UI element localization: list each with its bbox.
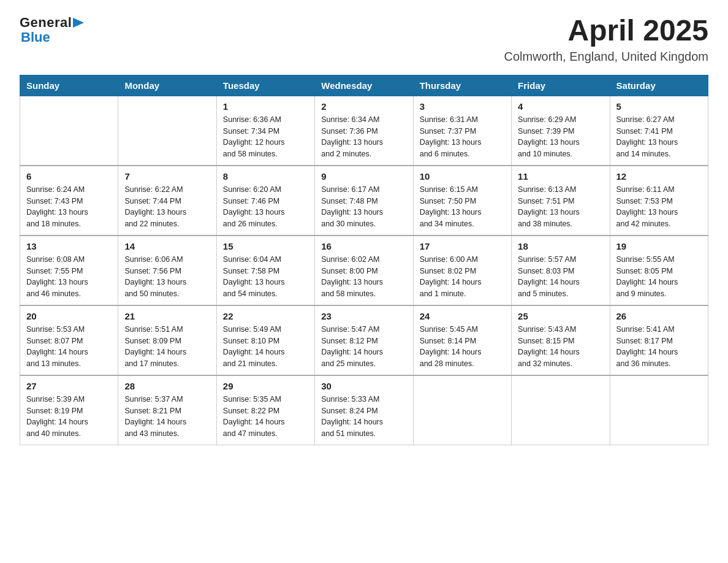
day-number: 15 <box>223 241 308 251</box>
day-number: 9 <box>321 171 406 182</box>
day-info: Sunrise: 5:57 AM Sunset: 8:03 PM Dayligh… <box>518 254 603 300</box>
calendar-cell: 11Sunrise: 6:13 AM Sunset: 7:51 PM Dayli… <box>512 166 610 236</box>
day-info: Sunrise: 6:20 AM Sunset: 7:46 PM Dayligh… <box>223 184 308 230</box>
day-number: 16 <box>321 241 406 251</box>
day-info: Sunrise: 6:29 AM Sunset: 7:39 PM Dayligh… <box>518 114 603 160</box>
day-number: 18 <box>518 241 603 251</box>
calendar-cell: 13Sunrise: 6:08 AM Sunset: 7:55 PM Dayli… <box>20 236 118 305</box>
calendar-cell: 2Sunrise: 6:34 AM Sunset: 7:36 PM Daylig… <box>315 96 413 166</box>
calendar-week-4: 20Sunrise: 5:53 AM Sunset: 8:07 PM Dayli… <box>20 305 708 375</box>
day-number: 17 <box>420 241 505 251</box>
day-info: Sunrise: 5:35 AM Sunset: 8:22 PM Dayligh… <box>223 394 308 440</box>
day-info: Sunrise: 5:55 AM Sunset: 8:05 PM Dayligh… <box>616 254 702 300</box>
calendar-cell: 25Sunrise: 5:43 AM Sunset: 8:15 PM Dayli… <box>512 305 610 375</box>
page-subtitle: Colmworth, England, United Kingdom <box>504 50 708 64</box>
page-header: General Blue April 2025 Colmworth, Engla… <box>20 15 708 64</box>
day-info: Sunrise: 6:36 AM Sunset: 7:34 PM Dayligh… <box>223 114 308 160</box>
svg-marker-0 <box>73 18 84 28</box>
day-number: 30 <box>321 381 406 391</box>
calendar-cell: 14Sunrise: 6:06 AM Sunset: 7:56 PM Dayli… <box>118 236 216 305</box>
day-info: Sunrise: 6:02 AM Sunset: 8:00 PM Dayligh… <box>321 254 406 300</box>
calendar-cell: 16Sunrise: 6:02 AM Sunset: 8:00 PM Dayli… <box>315 236 413 305</box>
day-info: Sunrise: 5:43 AM Sunset: 8:15 PM Dayligh… <box>518 324 603 370</box>
day-info: Sunrise: 6:00 AM Sunset: 8:02 PM Dayligh… <box>420 254 505 300</box>
calendar-cell: 3Sunrise: 6:31 AM Sunset: 7:37 PM Daylig… <box>413 96 511 166</box>
day-number: 19 <box>616 241 702 251</box>
day-number: 22 <box>223 311 308 321</box>
calendar-cell <box>413 375 511 445</box>
day-info: Sunrise: 5:37 AM Sunset: 8:21 PM Dayligh… <box>124 394 210 440</box>
calendar-cell: 26Sunrise: 5:41 AM Sunset: 8:17 PM Dayli… <box>610 305 708 375</box>
day-number: 26 <box>616 311 702 321</box>
day-info: Sunrise: 5:39 AM Sunset: 8:19 PM Dayligh… <box>26 394 112 440</box>
calendar-cell <box>610 375 708 445</box>
page-title: April 2025 <box>504 15 708 47</box>
day-number: 4 <box>518 101 603 112</box>
calendar-cell: 28Sunrise: 5:37 AM Sunset: 8:21 PM Dayli… <box>118 375 216 445</box>
day-info: Sunrise: 5:33 AM Sunset: 8:24 PM Dayligh… <box>321 394 406 440</box>
day-number: 1 <box>223 101 308 112</box>
day-info: Sunrise: 5:51 AM Sunset: 8:09 PM Dayligh… <box>124 324 210 370</box>
calendar-cell: 10Sunrise: 6:15 AM Sunset: 7:50 PM Dayli… <box>413 166 511 236</box>
day-info: Sunrise: 5:53 AM Sunset: 8:07 PM Dayligh… <box>26 324 112 370</box>
calendar-cell: 9Sunrise: 6:17 AM Sunset: 7:48 PM Daylig… <box>315 166 413 236</box>
day-info: Sunrise: 6:08 AM Sunset: 7:55 PM Dayligh… <box>26 254 112 300</box>
header-cell-monday: Monday <box>118 75 216 96</box>
day-info: Sunrise: 6:11 AM Sunset: 7:53 PM Dayligh… <box>616 184 702 230</box>
calendar-week-2: 6Sunrise: 6:24 AM Sunset: 7:43 PM Daylig… <box>20 166 708 236</box>
calendar-cell: 17Sunrise: 6:00 AM Sunset: 8:02 PM Dayli… <box>413 236 511 305</box>
title-block: April 2025 Colmworth, England, United Ki… <box>504 15 708 64</box>
day-number: 20 <box>26 311 112 321</box>
calendar-table: SundayMondayTuesdayWednesdayThursdayFrid… <box>20 75 708 445</box>
calendar-cell: 20Sunrise: 5:53 AM Sunset: 8:07 PM Dayli… <box>20 305 118 375</box>
calendar-week-5: 27Sunrise: 5:39 AM Sunset: 8:19 PM Dayli… <box>20 375 708 445</box>
day-info: Sunrise: 6:15 AM Sunset: 7:50 PM Dayligh… <box>420 184 505 230</box>
calendar-cell: 24Sunrise: 5:45 AM Sunset: 8:14 PM Dayli… <box>413 305 511 375</box>
header-cell-tuesday: Tuesday <box>216 75 314 96</box>
calendar-body: 1Sunrise: 6:36 AM Sunset: 7:34 PM Daylig… <box>20 96 708 445</box>
calendar-cell: 19Sunrise: 5:55 AM Sunset: 8:05 PM Dayli… <box>610 236 708 305</box>
calendar-cell: 27Sunrise: 5:39 AM Sunset: 8:19 PM Dayli… <box>20 375 118 445</box>
day-number: 6 <box>26 171 112 182</box>
day-number: 3 <box>420 101 505 112</box>
logo-triangle-icon <box>73 18 84 29</box>
day-info: Sunrise: 6:17 AM Sunset: 7:48 PM Dayligh… <box>321 184 406 230</box>
day-info: Sunrise: 6:34 AM Sunset: 7:36 PM Dayligh… <box>321 114 406 160</box>
calendar-cell: 6Sunrise: 6:24 AM Sunset: 7:43 PM Daylig… <box>20 166 118 236</box>
day-number: 2 <box>321 101 406 112</box>
calendar-cell: 29Sunrise: 5:35 AM Sunset: 8:22 PM Dayli… <box>216 375 314 445</box>
calendar-header: SundayMondayTuesdayWednesdayThursdayFrid… <box>20 75 708 96</box>
calendar-cell: 1Sunrise: 6:36 AM Sunset: 7:34 PM Daylig… <box>216 96 314 166</box>
day-number: 7 <box>124 171 210 182</box>
day-number: 25 <box>518 311 603 321</box>
header-cell-wednesday: Wednesday <box>315 75 413 96</box>
calendar-cell: 22Sunrise: 5:49 AM Sunset: 8:10 PM Dayli… <box>216 305 314 375</box>
day-number: 21 <box>124 311 210 321</box>
calendar-cell: 15Sunrise: 6:04 AM Sunset: 7:58 PM Dayli… <box>216 236 314 305</box>
day-info: Sunrise: 6:06 AM Sunset: 7:56 PM Dayligh… <box>124 254 210 300</box>
header-cell-sunday: Sunday <box>20 75 118 96</box>
day-info: Sunrise: 6:31 AM Sunset: 7:37 PM Dayligh… <box>420 114 505 160</box>
day-number: 29 <box>223 381 308 391</box>
day-info: Sunrise: 5:41 AM Sunset: 8:17 PM Dayligh… <box>616 324 702 370</box>
calendar-cell <box>20 96 118 166</box>
day-info: Sunrise: 5:47 AM Sunset: 8:12 PM Dayligh… <box>321 324 406 370</box>
calendar-cell: 7Sunrise: 6:22 AM Sunset: 7:44 PM Daylig… <box>118 166 216 236</box>
calendar-cell: 18Sunrise: 5:57 AM Sunset: 8:03 PM Dayli… <box>512 236 610 305</box>
calendar-cell <box>118 96 216 166</box>
logo-general-text: General <box>20 15 72 31</box>
day-number: 5 <box>616 101 702 112</box>
day-number: 12 <box>616 171 702 182</box>
day-number: 24 <box>420 311 505 321</box>
day-number: 23 <box>321 311 406 321</box>
day-number: 10 <box>420 171 505 182</box>
logo-blue-text: Blue <box>21 29 50 45</box>
day-number: 13 <box>26 241 112 251</box>
calendar-cell: 30Sunrise: 5:33 AM Sunset: 8:24 PM Dayli… <box>315 375 413 445</box>
calendar-week-1: 1Sunrise: 6:36 AM Sunset: 7:34 PM Daylig… <box>20 96 708 166</box>
header-row: SundayMondayTuesdayWednesdayThursdayFrid… <box>20 75 708 96</box>
day-info: Sunrise: 5:45 AM Sunset: 8:14 PM Dayligh… <box>420 324 505 370</box>
day-number: 14 <box>124 241 210 251</box>
calendar-cell <box>512 375 610 445</box>
header-cell-friday: Friday <box>512 75 610 96</box>
